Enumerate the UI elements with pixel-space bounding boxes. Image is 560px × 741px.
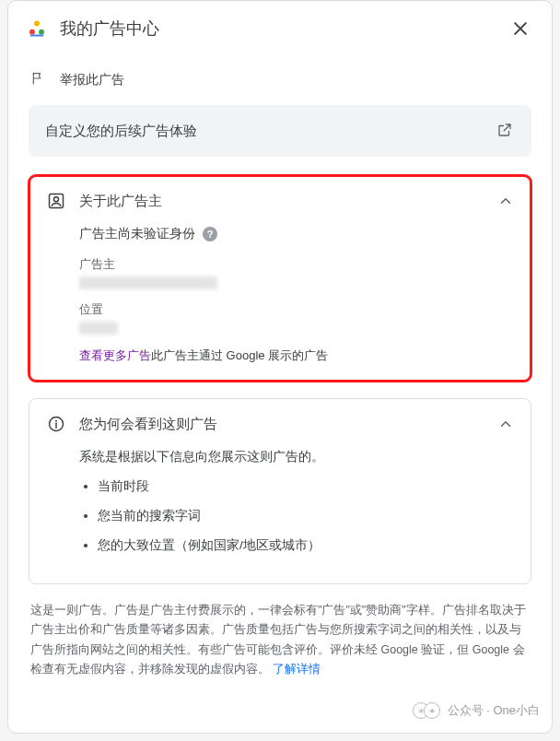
see-more-ads: 查看更多广告此广告主通过 Google 展示的广告 [79,347,514,364]
location-label: 位置 [79,302,514,318]
location-value-redacted [79,322,118,335]
why-title: 您为何会看到这则广告 [79,416,497,433]
svg-rect-3 [30,35,44,37]
see-more-ads-suffix: 此广告主通过 Google 展示的广告 [151,348,328,362]
advertiser-value-redacted [79,276,217,289]
svg-point-5 [54,197,59,202]
dialog-title: 我的广告中心 [60,18,508,40]
why-reason: 您当前的搜索字词 [98,508,514,524]
why-body: 系统是根据以下信息向您展示这则广告的。 当前时段 您当前的搜索字词 您的大致位置… [46,434,514,554]
why-card: 您为何会看到这则广告 系统是根据以下信息向您展示这则广告的。 当前时段 您当前的… [29,398,531,584]
info-icon [46,414,66,434]
why-reason: 您的大致位置（例如国家/地区或城市） [98,537,514,554]
watermark-badge: ✶ ✦ 公众号 · One小白 [403,699,549,723]
wechat-icon: ✦ [424,702,440,719]
ad-center-dialog: 我的广告中心 举报此广告 自定义您的后续广告体验 [7,0,553,734]
report-ad-label: 举报此广告 [60,72,124,88]
svg-point-0 [34,21,40,27]
ad-center-logo-icon [27,18,47,39]
about-advertiser-card: 关于此广告主 广告主尚未验证身份 ? 广告主 位置 查看更多广告此广告主通过 G… [29,175,531,382]
see-more-ads-link[interactable]: 查看更多广告 [79,348,151,362]
open-external-icon [496,122,515,140]
close-button[interactable] [508,16,533,41]
why-toggle[interactable]: 您为何会看到这则广告 [46,414,514,434]
about-advertiser-body: 广告主尚未验证身份 ? 广告主 位置 查看更多广告此广告主通过 Google 展… [46,211,514,364]
close-icon [511,19,530,38]
customize-label: 自定义您的后续广告体验 [45,123,197,140]
dialog-body: 举报此广告 自定义您的后续广告体验 关于此广告主 [8,54,552,733]
why-reasons-list: 当前时段 您当前的搜索字词 您的大致位置（例如国家/地区或城市） [79,478,514,554]
advertiser-label: 广告主 [79,257,514,273]
footer-disclaimer: 这是一则广告。广告是广告主付费展示的，一律会标有"广告"或"赞助商"字样。广告排… [29,601,531,679]
about-advertiser-title: 关于此广告主 [79,193,497,210]
report-ad-row[interactable]: 举报此广告 [29,54,531,105]
dialog-header: 我的广告中心 [8,1,552,54]
svg-point-2 [39,29,44,35]
chevron-up-icon [497,416,514,432]
svg-point-7 [55,420,57,422]
why-reason: 当前时段 [98,478,514,495]
learn-more-link[interactable]: 了解详情 [273,663,321,676]
advertiser-verify-status: 广告主尚未验证身份 ? [79,226,514,242]
svg-point-1 [29,29,35,35]
chevron-up-icon [497,193,514,209]
why-intro: 系统是根据以下信息向您展示这则广告的。 [79,449,514,465]
flag-icon [30,71,47,88]
help-icon[interactable]: ? [203,227,217,241]
customize-card[interactable]: 自定义您的后续广告体验 [29,105,531,157]
about-advertiser-toggle[interactable]: 关于此广告主 [46,191,514,211]
person-box-icon [46,191,66,211]
